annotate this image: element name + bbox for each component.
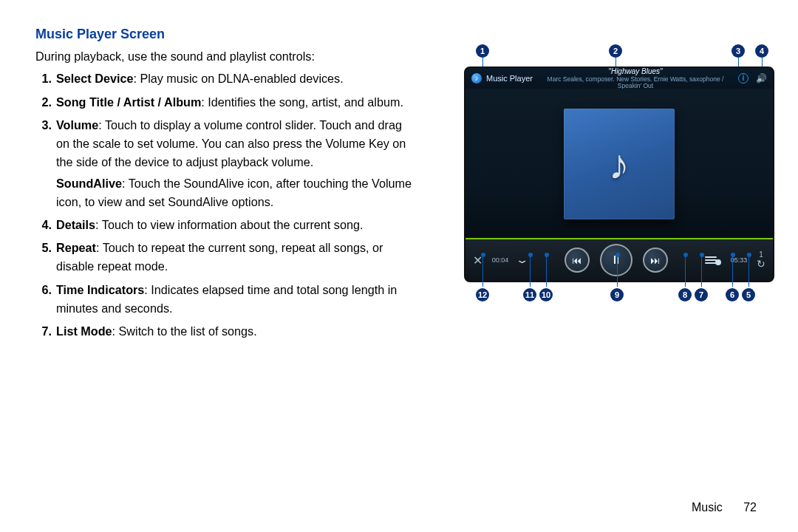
item-term: Song Title / Artist / Album — [56, 95, 201, 109]
callout-badge-5: 5 — [742, 288, 755, 301]
callout-badge-3: 3 — [732, 44, 745, 58]
callout-badge-12: 12 — [476, 288, 489, 301]
item-text: : Touch to display a volume control slid… — [56, 118, 406, 168]
figure: 1 2 3 4 ♪ Music Player — [439, 44, 773, 306]
section-heading: Music Player Screen — [35, 27, 417, 42]
expand-icon[interactable]: ⌄ — [515, 255, 529, 265]
callout-badge-7: 7 — [695, 288, 708, 301]
item-number: 3. — [35, 116, 52, 134]
item-term: Volume — [56, 118, 98, 132]
callout-badge-10: 10 — [539, 288, 553, 301]
leader-line — [530, 257, 531, 287]
app-title: Music Player — [486, 74, 533, 83]
select-device-icon[interactable]: ♪ — [471, 73, 482, 83]
leader-line — [482, 257, 483, 287]
music-player-screenshot: ♪ Music Player "Highway Blues" Marc Seal… — [464, 66, 774, 282]
item-term: Repeat — [56, 241, 96, 254]
volume-icon[interactable]: 🔊 — [756, 73, 767, 83]
top-callouts: 1 2 3 4 — [464, 44, 774, 64]
item-number: 7. — [35, 322, 52, 341]
leader-line — [732, 257, 733, 287]
repeat-arc-icon: ↻ — [757, 259, 765, 269]
item-text: : Identifies the song, artist, and album… — [201, 95, 403, 109]
list-item: 1. Select Device: Play music on DLNA-ena… — [56, 69, 417, 88]
previous-button[interactable]: ⏮ — [565, 248, 590, 273]
item-term: List Mode — [56, 324, 112, 338]
item-text: : Touch to repeat the current song, repe… — [56, 241, 383, 273]
list-bar — [705, 262, 717, 264]
page-footer: Music 72 — [692, 501, 757, 514]
list-item: 7. List Mode: Switch to the list of song… — [56, 322, 417, 341]
leader-line — [685, 257, 686, 287]
album-art: ♪ — [564, 109, 675, 219]
item-term: Select Device — [56, 72, 133, 85]
details-icon[interactable]: i — [738, 73, 748, 83]
callout-badge-8: 8 — [678, 288, 692, 301]
callout-badge-2: 2 — [609, 44, 622, 58]
leader-line — [748, 257, 749, 287]
list-mode-icon[interactable] — [705, 252, 721, 268]
text-column: Music Player Screen During playback, use… — [35, 27, 417, 345]
item-number: 6. — [35, 281, 52, 299]
callout-badge-11: 11 — [523, 288, 536, 301]
callout-badge-6: 6 — [726, 288, 739, 301]
playback-controls: ✕ 00:04 ⌄ ⏮ ⏸ ⏭ 05:33 — [466, 239, 773, 281]
figure-column: 1 2 3 4 ♪ Music Player — [437, 27, 765, 345]
item-text: : Touch to view information about the cu… — [95, 218, 363, 231]
title-bar: ♪ Music Player "Highway Blues" Marc Seal… — [466, 68, 773, 89]
music-note-icon: ♪ — [609, 140, 630, 188]
leader-line — [617, 257, 618, 287]
repeat-icon[interactable]: 1 ↻ — [757, 251, 765, 269]
time-elapsed: 00:04 — [490, 256, 511, 264]
item-number: 2. — [35, 93, 52, 112]
artist-album: Marc Seales, composer. New Stories. Erni… — [537, 76, 734, 90]
item-number: 5. — [35, 239, 52, 257]
pause-button[interactable]: ⏸ — [600, 244, 632, 276]
item-number: 1. — [35, 69, 52, 88]
item-subterm: SoundAlive — [56, 177, 122, 190]
callout-badge-4: 4 — [755, 44, 768, 58]
list-item: 2. Song Title / Artist / Album: Identifi… — [56, 93, 417, 112]
callout-badge-1: 1 — [476, 44, 489, 58]
footer-page-number: 72 — [743, 501, 757, 514]
song-title: "Highway Blues" — [608, 67, 662, 75]
item-text: : Switch to the list of songs. — [112, 324, 257, 338]
item-term: Details — [56, 218, 95, 231]
item-term: Time Indicators — [56, 283, 144, 296]
note-mini: ♪ — [475, 75, 479, 82]
list-item: 6. Time Indicators: Indicates elapsed ti… — [56, 281, 417, 318]
instructions-list: 1. Select Device: Play music on DLNA-ena… — [35, 69, 417, 340]
bottom-callouts: 12 11 10 9 8 7 6 5 — [464, 287, 774, 306]
list-bar — [705, 256, 717, 258]
list-item: 3. Volume: Touch to display a volume con… — [56, 116, 417, 212]
callout-badge-9: 9 — [610, 288, 624, 301]
item-number: 4. — [35, 216, 52, 234]
next-button[interactable]: ⏭ — [643, 248, 668, 273]
list-item: 4. Details: Touch to view information ab… — [56, 216, 417, 234]
now-playing-info: "Highway Blues" Marc Seales, composer. N… — [537, 67, 734, 90]
album-art-area: ♪ — [466, 89, 773, 239]
footer-section: Music — [692, 501, 723, 514]
leader-line — [701, 257, 702, 287]
intro-text: During playback, use the sound and playl… — [35, 48, 417, 65]
leader-line — [546, 257, 547, 287]
list-item: 5. Repeat: Touch to repeat the current s… — [56, 239, 417, 276]
item-text: : Play music on DLNA-enabled devices. — [133, 72, 343, 85]
